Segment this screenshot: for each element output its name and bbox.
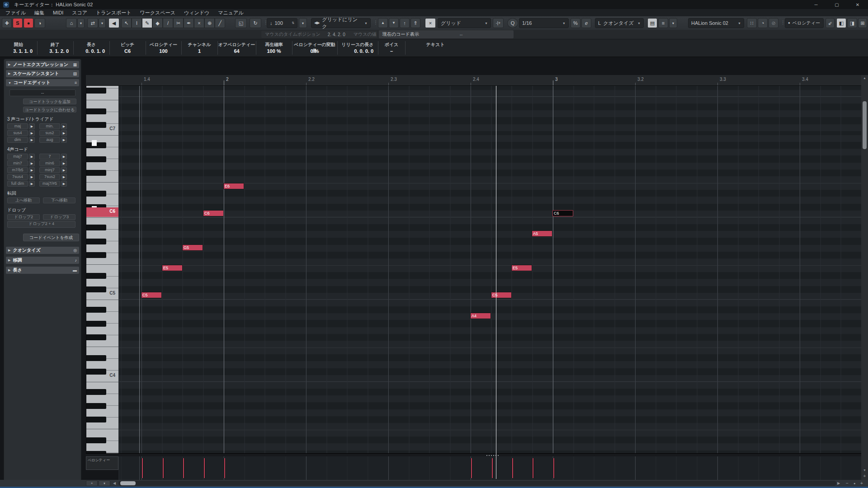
velocity-lane[interactable] xyxy=(118,456,861,480)
chord-button[interactable]: full dim xyxy=(7,181,28,187)
black-key[interactable] xyxy=(86,355,106,361)
zoom-in-button[interactable]: + xyxy=(858,480,865,486)
drum-map-button[interactable]: ∷ xyxy=(747,18,757,28)
grid-type-dropdown[interactable]: グリッド ▼ xyxy=(438,18,491,28)
nudge-down-button[interactable]: ▼ xyxy=(389,18,399,28)
play-chord-button[interactable]: ▶ xyxy=(29,181,35,187)
chord-button[interactable]: maj7 xyxy=(7,154,28,160)
setup-corner-button[interactable]: ⇙ xyxy=(826,18,835,28)
midi-note-selected[interactable]: C6 xyxy=(552,210,573,216)
play-chord-button[interactable]: ▶ xyxy=(61,167,67,173)
velocity-bar[interactable] xyxy=(553,458,555,478)
lane-splitter[interactable] xyxy=(86,453,861,456)
length-quantize-dropdown[interactable]: L クオンタイズ ▼ xyxy=(595,18,644,28)
scroll-down-arrow[interactable]: ▼ xyxy=(861,469,868,472)
infoline-field[interactable]: 長さ0. 0. 1. 0 xyxy=(73,39,109,56)
horizontal-scrollbar-thumb[interactable] xyxy=(120,481,136,485)
close-button[interactable]: ✕ xyxy=(847,0,868,9)
scroll-up-arrow[interactable]: ▲ xyxy=(861,76,868,80)
black-key[interactable] xyxy=(86,403,106,409)
menu-item[interactable]: MIDI xyxy=(53,10,63,15)
midi-note[interactable]: C6 xyxy=(203,210,224,216)
autoscroll-button[interactable]: ◱ xyxy=(235,18,247,28)
midi-input-off-button[interactable]: ⊘ xyxy=(769,18,778,28)
iterative-quantize-button[interactable]: % xyxy=(571,18,580,28)
section-chord-edit[interactable]: ▼ コードエディット ≡ xyxy=(6,79,79,86)
event-colors-dropdown[interactable]: ● ベロシティー xyxy=(785,18,824,28)
show-right-zone-button[interactable]: ◨ xyxy=(847,18,857,28)
chord-button[interactable]: dim xyxy=(7,137,28,143)
transpose-down-button[interactable]: ⇑ xyxy=(410,18,420,28)
section-scale-assistant[interactable]: ▶ スケールアシスタント ▨ xyxy=(6,70,79,77)
track-dropdown[interactable]: HALion Sonic 02 ▼ xyxy=(688,18,744,28)
play-chord-button[interactable]: ▶ xyxy=(29,130,35,136)
quantize-icon-button[interactable]: Q xyxy=(507,18,518,28)
horizontal-scrollbar[interactable] xyxy=(118,481,836,486)
chord-button[interactable]: min6 xyxy=(39,160,60,166)
timeline-ruler[interactable]: 1.422.22.32.433.23.33.4 xyxy=(86,75,861,86)
menu-item[interactable]: ワークスペース xyxy=(140,9,175,16)
velocity-lane-label[interactable]: ベロシティー xyxy=(86,456,118,470)
midi-input-button[interactable]: ⌂ xyxy=(66,18,77,28)
infoline-field[interactable]: チャンネル1 xyxy=(181,39,217,56)
menu-item[interactable]: ファイル xyxy=(5,9,26,16)
black-key[interactable] xyxy=(86,273,106,279)
erase-tool[interactable]: ◆ xyxy=(152,18,163,28)
black-key[interactable] xyxy=(86,417,106,422)
chord-button[interactable]: m7/b5 xyxy=(7,167,28,173)
velocity-bar[interactable] xyxy=(512,458,514,478)
match-chord-track-button[interactable]: コードトラックに合わせる xyxy=(23,107,76,113)
independent-loop-button[interactable]: ◔ xyxy=(758,18,768,28)
infoline-field[interactable]: ベロシティー100 xyxy=(146,39,181,56)
infoline-field[interactable]: ベロシティーの変動量0 % xyxy=(292,39,337,56)
play-chord-button[interactable]: ▶ xyxy=(61,130,67,136)
select-tool[interactable]: ↖ xyxy=(121,18,132,28)
velocity-bar[interactable] xyxy=(532,458,534,478)
black-key[interactable] xyxy=(86,389,106,395)
chord-button[interactable]: maj7/#5 xyxy=(39,181,60,187)
record-in-editor-button[interactable]: ● xyxy=(24,18,33,28)
chord-button[interactable]: sus4 xyxy=(7,130,28,136)
vertical-scrollbar[interactable]: ▲ ▼ + xyxy=(861,75,868,480)
midi-note[interactable]: C5 xyxy=(491,292,512,298)
scroll-right-arrow[interactable]: ▶ xyxy=(837,481,840,485)
glue-tool[interactable]: ✒ xyxy=(184,18,194,28)
link-to-grid-dropdown[interactable]: ◀▶ グリッドにリンク ▼ xyxy=(311,18,371,28)
infoline-field[interactable]: テキスト xyxy=(405,39,466,56)
play-chord-button[interactable]: ▶ xyxy=(29,154,35,160)
lane-select-dropdown[interactable]: ▼ xyxy=(99,480,110,486)
black-key[interactable] xyxy=(86,252,106,258)
play-chord-button[interactable]: ▶ xyxy=(61,154,67,160)
vertical-zoom-in-button[interactable]: + xyxy=(861,474,868,479)
move-up-button[interactable]: 上へ移動 xyxy=(7,197,40,203)
play-chord-button[interactable]: ▶ xyxy=(61,123,67,129)
draw-tool[interactable]: ✎ xyxy=(142,18,152,28)
zoom-slider-handle[interactable]: ● xyxy=(851,480,858,486)
menu-item[interactable]: トランスポート xyxy=(96,9,132,16)
snap-type-button[interactable]: -|+ xyxy=(493,18,504,28)
edit-solo-button[interactable]: ✚ xyxy=(2,18,12,28)
black-key[interactable] xyxy=(86,170,106,176)
window-setup-button[interactable]: ⊞ xyxy=(858,18,867,28)
velocity-bar[interactable] xyxy=(142,458,143,478)
velocity-bar[interactable] xyxy=(491,458,493,478)
insert-velocity-dropdown[interactable]: ▼ xyxy=(299,18,307,28)
section-quantize[interactable]: ▶ クオンタイズ ◎ xyxy=(6,247,79,254)
split-tool[interactable]: ✂ xyxy=(173,18,184,28)
vertical-scrollbar-thumb[interactable] xyxy=(863,101,867,149)
black-key[interactable] xyxy=(86,321,106,327)
play-chord-button[interactable]: ▶ xyxy=(61,174,67,180)
insert-velocity-field[interactable]: ↓ 100 ⇅ xyxy=(267,18,297,28)
quantize-preset-dropdown[interactable]: 1/16 ▼ xyxy=(519,18,569,28)
midi-note[interactable]: E5 xyxy=(511,265,532,271)
play-chord-button[interactable]: ▶ xyxy=(29,174,35,180)
acoustic-feedback-button[interactable]: ◑ xyxy=(34,18,45,28)
scroll-left-arrow[interactable]: ◀ xyxy=(113,481,116,485)
trim-tool[interactable]: / xyxy=(163,18,173,28)
infoline-field[interactable]: 開始3. 1. 1. 0 xyxy=(0,39,37,56)
menu-item[interactable]: 編集 xyxy=(34,9,44,16)
piano-keyboard[interactable]: C7C6C5C4C6 xyxy=(86,86,118,453)
zoom-out-button[interactable]: − xyxy=(844,480,851,486)
black-key[interactable] xyxy=(86,191,106,197)
play-chord-button[interactable]: ▶ xyxy=(61,181,67,187)
